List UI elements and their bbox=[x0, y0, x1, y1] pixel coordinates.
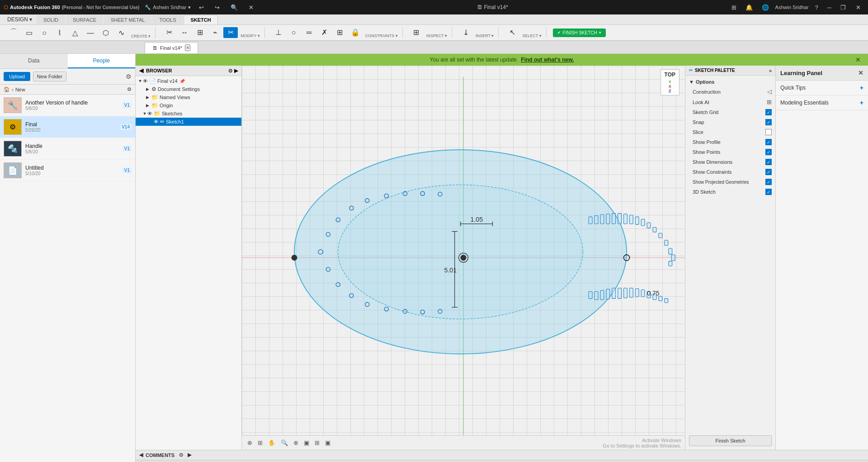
list-item[interactable]: 📄 Untitled 5/10/20 V1 bbox=[0, 160, 135, 181]
circle-tool[interactable]: ○ bbox=[37, 28, 52, 38]
comments-collapse-icon[interactable]: ◀ bbox=[139, 452, 143, 458]
browser-collapse-icon[interactable]: ◀ bbox=[139, 67, 143, 74]
search-btn[interactable]: 🔍 bbox=[228, 3, 241, 12]
user-menu[interactable]: 🔧 Ashwin Sridhar ▾ bbox=[145, 5, 191, 10]
tab-solid[interactable]: SOLID bbox=[37, 15, 65, 24]
showprofile-checkbox[interactable]: ✓ bbox=[765, 139, 772, 145]
new-folder-btn[interactable]: New Folder bbox=[33, 71, 66, 81]
lookat-icon[interactable]: ⊞ bbox=[767, 99, 772, 105]
inspect-tool[interactable]: ⊞ bbox=[409, 27, 424, 38]
constraint2[interactable]: ○ bbox=[287, 28, 301, 38]
origin-icon[interactable]: ⊞ bbox=[256, 438, 264, 447]
palette-expand-icon[interactable]: » bbox=[769, 68, 772, 73]
doc-tab[interactable]: 🖺 Final v14* ✕ bbox=[145, 42, 198, 53]
sketchgrid-checkbox[interactable]: ✓ bbox=[765, 109, 772, 115]
modelingessentials-expand-icon[interactable]: + bbox=[860, 99, 863, 106]
finish-sketch-tool[interactable]: ✔ FINISH SKETCH ▾ bbox=[553, 29, 606, 37]
arc-tool[interactable]: ⌒ bbox=[6, 27, 21, 38]
quicktips-expand-icon[interactable]: + bbox=[860, 84, 863, 91]
line-tool[interactable]: — bbox=[83, 28, 98, 38]
undo-btn[interactable]: ↩ bbox=[196, 3, 207, 12]
help-btn[interactable]: ? bbox=[812, 3, 821, 12]
zoom2-icon[interactable]: ⊕ bbox=[292, 438, 300, 447]
trim-tool[interactable]: ✂ bbox=[162, 27, 176, 38]
view-icon[interactable]: ▣ bbox=[302, 438, 311, 447]
grid-icon[interactable]: ⊞ bbox=[313, 438, 321, 447]
3dsketch-checkbox[interactable]: ✓ bbox=[765, 189, 772, 195]
close-btn[interactable]: ✕ bbox=[852, 3, 864, 12]
tab-close-btn[interactable]: ✕ bbox=[185, 44, 190, 51]
learning-close-icon[interactable]: ✕ bbox=[858, 69, 863, 76]
scissors-tool[interactable]: ✂ bbox=[223, 27, 238, 38]
snap-checkbox[interactable]: ✓ bbox=[765, 119, 772, 125]
offset-tool[interactable]: ⊞ bbox=[193, 27, 207, 38]
notifications-btn[interactable]: 🔔 bbox=[743, 3, 755, 12]
showpoints-checkbox[interactable]: ✓ bbox=[765, 149, 772, 155]
home-icon[interactable]: 🏠 bbox=[4, 86, 10, 92]
constraint4[interactable]: ✗ bbox=[317, 27, 332, 38]
canvas-area[interactable]: 5.01 1.05 0.75 bbox=[242, 66, 685, 450]
tree-item-sketches[interactable]: ▼ 👁 📁 Sketches bbox=[136, 110, 241, 118]
browser-options-icon[interactable]: ⊙ bbox=[228, 68, 232, 74]
close-doc-btn[interactable]: ✕ bbox=[246, 3, 256, 12]
visibility-icon[interactable]: 👁 bbox=[143, 78, 148, 84]
restore-btn[interactable]: ❐ bbox=[838, 3, 849, 12]
comments-expand-icon[interactable]: ▶ bbox=[188, 452, 191, 458]
pan-icon[interactable]: ✋ bbox=[266, 438, 277, 447]
design-dropdown[interactable]: DESIGN ▾ bbox=[4, 14, 36, 24]
visibility-icon[interactable]: 👁 bbox=[147, 111, 152, 116]
tab-people[interactable]: People bbox=[68, 54, 136, 68]
browser-expand-icon[interactable]: ▶ bbox=[234, 68, 238, 74]
tab-sheetmetal[interactable]: SHEET METAL bbox=[104, 15, 151, 24]
learning-item-quicktips[interactable]: Quick Tips + bbox=[776, 81, 868, 95]
sidebar-settings-icon[interactable]: ⚙ bbox=[126, 73, 132, 80]
extend-tool[interactable]: ↔ bbox=[177, 28, 192, 38]
apps-btn[interactable]: ⊞ bbox=[729, 3, 739, 12]
breadcrumb-settings[interactable]: ⚙ bbox=[127, 86, 132, 92]
list-item[interactable]: 🔩 Handle 5/8/20 V1 bbox=[0, 138, 135, 160]
showdimensions-checkbox[interactable]: ✓ bbox=[765, 159, 772, 165]
curve-tool[interactable]: ∿ bbox=[114, 28, 128, 38]
finish-sketch-btn[interactable]: Finish Sketch bbox=[689, 435, 772, 446]
hexagon-tool[interactable]: ⬡ bbox=[99, 28, 113, 38]
snap-icon[interactable]: ⊕ bbox=[245, 438, 254, 447]
showconstraints-checkbox[interactable]: ✓ bbox=[765, 169, 772, 175]
notification-close[interactable]: ✕ bbox=[855, 56, 861, 63]
projectedgeom-checkbox[interactable]: ✓ bbox=[765, 179, 772, 185]
minimize-btn[interactable]: ─ bbox=[825, 3, 834, 12]
constraint5[interactable]: ⊞ bbox=[333, 27, 347, 38]
notification-link[interactable]: Find out what's new. bbox=[521, 57, 574, 63]
insert-tool[interactable]: ⤓ bbox=[458, 27, 473, 38]
rect-tool[interactable]: ▭ bbox=[22, 28, 36, 38]
triangle-tool[interactable]: △ bbox=[68, 28, 82, 38]
visibility-icon[interactable]: 👁 bbox=[154, 119, 159, 124]
tree-item-final[interactable]: ▼ 👁 📄 Final v14 📌 bbox=[136, 77, 241, 85]
list-item[interactable]: ⚙ Final 5/26/20 V14 bbox=[0, 116, 135, 138]
list-item[interactable]: 🔧 Another Version of handle 5/8/20 V1 bbox=[0, 95, 135, 116]
tree-item-namedviews[interactable]: ▶ 📁 Named Views bbox=[136, 93, 241, 101]
construction-icon[interactable]: ◁ bbox=[767, 88, 772, 95]
comments-options-icon[interactable]: ⊙ bbox=[179, 452, 183, 458]
constraint6[interactable]: 🔒 bbox=[348, 27, 363, 38]
tree-item-origin[interactable]: ▶ 📁 Origin bbox=[136, 101, 241, 110]
tab-sketch[interactable]: SKETCH bbox=[184, 15, 217, 24]
polyline-tool[interactable]: ⌇ bbox=[52, 28, 67, 38]
render-icon[interactable]: ▣ bbox=[323, 438, 332, 447]
tab-data[interactable]: Data bbox=[0, 54, 68, 68]
constraint3[interactable]: ═ bbox=[302, 28, 316, 38]
tree-item-sketch1[interactable]: 👁 ✏ Sketch1 bbox=[136, 118, 241, 126]
slice-checkbox[interactable] bbox=[765, 129, 772, 135]
web-btn[interactable]: 🌐 bbox=[759, 3, 772, 12]
redo-btn[interactable]: ↪ bbox=[212, 3, 222, 12]
zoom-icon[interactable]: 🔍 bbox=[279, 438, 290, 447]
options-section-header[interactable]: ▼ Options bbox=[685, 77, 775, 86]
learning-item-modelingessentials[interactable]: Modeling Essentials + bbox=[776, 95, 868, 110]
pin-icon[interactable]: 📌 bbox=[179, 79, 185, 84]
fillet-tool[interactable]: ⌁ bbox=[208, 27, 222, 38]
upload-btn[interactable]: Upload bbox=[4, 72, 30, 81]
tab-surface[interactable]: SURFACE bbox=[66, 15, 103, 24]
constraint1[interactable]: ⊥ bbox=[271, 27, 286, 38]
tree-item-docsettings[interactable]: ▶ ⚙ Document Settings bbox=[136, 85, 241, 93]
tab-tools[interactable]: TOOLS bbox=[152, 15, 183, 24]
select-tool[interactable]: ↖ bbox=[505, 27, 519, 38]
